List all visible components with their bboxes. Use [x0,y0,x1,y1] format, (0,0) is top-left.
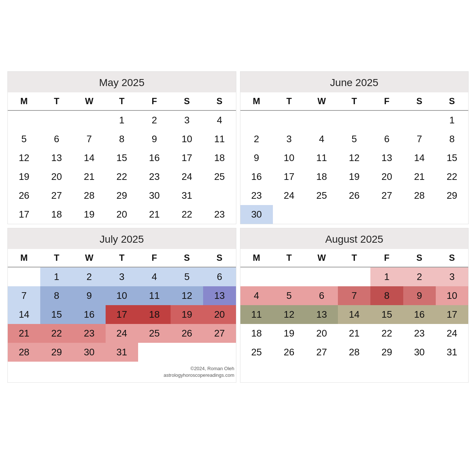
aug-cell: 13 [305,305,338,324]
aug-header-s2: S [436,249,468,267]
june-cell: 6 [370,130,403,149]
table-row: 25 26 27 28 29 30 31 [240,343,469,362]
june-cell [370,205,403,224]
may-cell: 5 [8,130,40,149]
aug-header-t1: T [273,249,305,267]
aug-cell: 27 [305,343,338,362]
table-row: 2 3 4 5 6 7 8 [240,130,469,149]
july-cell: 9 [73,286,105,305]
may-cell: 2 [138,110,171,130]
aug-cell: 3 [436,267,468,286]
may-cell: 6 [40,130,73,149]
table-row: 21 22 23 24 25 26 27 [8,324,236,343]
may-cell: 21 [138,205,171,224]
july-cell: 25 [138,324,171,343]
june-cell: 21 [403,167,436,186]
july-header-f: F [138,249,171,267]
may-cell: 9 [138,130,171,149]
august-table: M T W T F S S 1 2 3 [240,249,469,377]
may-cell: 21 [73,167,105,186]
july-cell: 6 [203,267,236,286]
july-cell: 16 [73,305,105,324]
aug-cell: 11 [240,305,273,324]
july-header-s1: S [171,249,203,267]
aug-cell: 29 [370,343,403,362]
aug-header-s1: S [403,249,436,267]
aug-header-t2: T [338,249,370,267]
june-cell: 8 [436,130,468,149]
july-cell: 21 [8,324,40,343]
july-cell: 3 [106,267,138,286]
aug-cell: 31 [436,343,468,362]
aug-cell: 28 [338,343,370,362]
july-cell: 28 [8,343,40,362]
june-cell [305,110,338,130]
may-cell: 24 [171,167,203,186]
aug-cell: 30 [403,343,436,362]
aug-cell: 24 [436,324,468,343]
may-cell: 19 [73,205,105,224]
may-cell: 22 [106,167,138,186]
may-cell [8,110,40,130]
copyright-text: ©2024, Roman Olehastrologyhoroscopereadi… [138,362,236,382]
june-table: M T W T F S S 1 [240,92,469,224]
july-cell: 14 [8,305,40,324]
june-cell [338,205,370,224]
july-header-t1: T [40,249,73,267]
july-cell-18: 18 [138,305,171,324]
may-table: M T W T F S S 1 2 3 4 [8,92,236,224]
table-row: 26 27 28 29 30 31 [8,186,236,205]
table-row: 11 12 13 14 15 16 17 [240,305,469,324]
may-cell: 23 [203,205,236,224]
aug-cell [273,267,305,286]
july-cell: 1 [40,267,73,286]
june-cell: 4 [305,130,338,149]
july-cell [8,267,40,286]
may-cell: 3 [171,110,203,130]
june-cell: 19 [338,167,370,186]
table-row: 7 8 9 10 11 12 13 [8,286,236,305]
may-cell: 20 [40,167,73,186]
table-row: 4 5 6 7 8 9 10 [240,286,469,305]
aug-cell [338,267,370,286]
aug-cell: 16 [403,305,436,324]
june-header-s2: S [436,92,468,110]
july-cell: 10 [106,286,138,305]
july-cell: 23 [73,324,105,343]
aug-cell: 26 [273,343,305,362]
july-cell: 20 [203,305,236,324]
table-row: 1 2 3 4 [8,110,236,130]
may-cell: 11 [203,130,236,149]
july-cell [138,343,171,362]
aug-cell: 18 [240,324,273,343]
june-cell: 10 [273,149,305,167]
july-cell: 15 [40,305,73,324]
june-cell [240,110,273,130]
july-cell [8,362,138,382]
july-cell: 30 [73,343,105,362]
may-cell [203,186,236,205]
july-cell: 5 [171,267,203,286]
june-cell: 15 [436,149,468,167]
aug-header-m: M [240,249,273,267]
june-cell: 13 [370,149,403,167]
may-cell: 19 [8,167,40,186]
june-cell: 23 [240,186,273,205]
july-cell: 4 [138,267,171,286]
table-row: 16 17 18 19 20 21 22 [240,167,469,186]
table-row: 28 29 30 31 [8,343,236,362]
june-cell [273,110,305,130]
aug-cell [240,362,469,377]
june-cell: 5 [338,130,370,149]
june-cell: 18 [305,167,338,186]
table-row: 19 20 21 22 23 24 25 [8,167,236,186]
may-cell: 20 [106,205,138,224]
june-header-s1: S [403,92,436,110]
table-row: 1 [240,110,469,130]
june-cell: 17 [273,167,305,186]
table-row: 23 24 25 26 27 28 29 [240,186,469,205]
july-cell: 13 [203,286,236,305]
may-cell [73,110,105,130]
may-cell: 4 [203,110,236,130]
may-cell: 17 [171,149,203,167]
